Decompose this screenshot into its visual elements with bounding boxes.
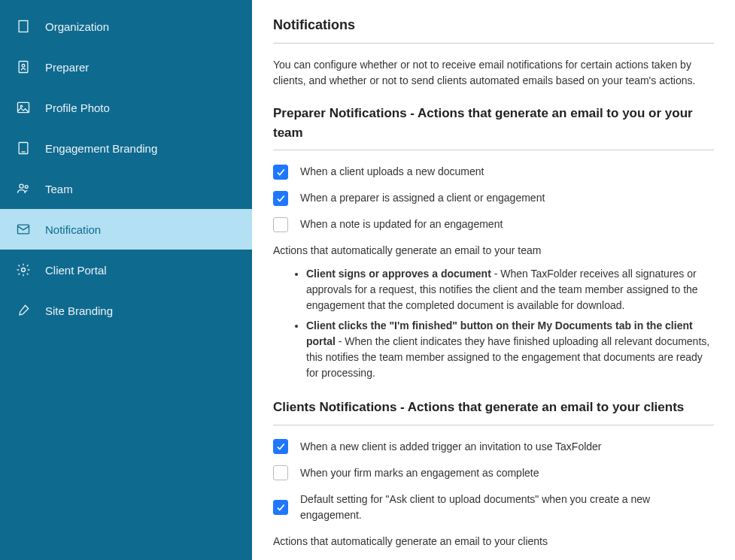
checkbox-new-client-invite[interactable]: [273, 439, 288, 454]
checkbox-label: When a new client is added trigger an in…: [300, 439, 602, 455]
svg-point-16: [22, 268, 26, 272]
tablet-icon: [15, 140, 32, 156]
sidebar-item-label: Team: [45, 183, 73, 195]
settings-sidebar: Organization Preparer Profile Photo Enga…: [0, 0, 252, 560]
preparer-auto-lead: Actions that automatically generate an e…: [273, 243, 714, 259]
clients-checkbox-group: When a new client is added trigger an in…: [273, 439, 714, 561]
checkbox-preparer-assigned[interactable]: [273, 191, 288, 206]
checkbox-note-updated[interactable]: [273, 217, 288, 232]
svg-point-14: [25, 186, 28, 189]
checkbox-client-uploads[interactable]: [273, 165, 288, 180]
checkbox-engagement-complete[interactable]: [273, 465, 288, 480]
sidebar-item-engagement-branding[interactable]: Engagement Branding: [0, 128, 252, 168]
sidebar-item-label: Client Portal: [45, 264, 107, 277]
svg-rect-15: [18, 225, 29, 234]
svg-point-8: [22, 65, 25, 68]
checkbox-label: When a note is updated for an engagement: [300, 216, 503, 232]
list-item: Client signs or approves a document - Wh…: [306, 266, 714, 313]
page-title: Notifications: [273, 15, 714, 44]
sidebar-item-client-portal[interactable]: Client Portal: [0, 250, 252, 290]
checkbox-label: When a client uploads a new document: [300, 164, 484, 180]
sidebar-item-profile-photo[interactable]: Profile Photo: [0, 87, 252, 128]
sidebar-item-team[interactable]: Team: [0, 168, 252, 209]
sidebar-item-label: Organization: [45, 20, 109, 33]
team-icon: [15, 180, 32, 197]
checkbox-label: When a preparer is assigned a client or …: [300, 190, 545, 206]
sidebar-item-preparer[interactable]: Preparer: [0, 47, 252, 87]
sidebar-item-site-branding[interactable]: Site Branding: [0, 290, 252, 331]
badge-icon: [15, 59, 32, 75]
building-icon: [15, 18, 32, 35]
notifications-panel: Notifications You can configure whether …: [252, 0, 735, 560]
svg-rect-0: [19, 21, 28, 32]
clients-auto-list: New Document Approval Request - Triggers…: [273, 557, 714, 561]
sidebar-item-label: Engagement Branding: [45, 142, 157, 155]
sidebar-item-label: Preparer: [45, 61, 89, 74]
clients-auto-lead: Actions that automatically generate an e…: [273, 534, 714, 549]
intro-text: You can configure whether or not to rece…: [273, 57, 714, 89]
preparer-auto-list: Client signs or approves a document - Wh…: [273, 266, 714, 381]
svg-point-13: [20, 184, 23, 188]
sidebar-item-organization[interactable]: Organization: [0, 6, 252, 47]
list-item: New Document Approval Request - Triggers…: [306, 557, 714, 561]
svg-point-10: [20, 105, 23, 107]
checkbox-label: When your firm marks an engagement as co…: [300, 465, 539, 481]
image-icon: [15, 99, 32, 116]
gear-icon: [15, 262, 32, 278]
brush-icon: [15, 302, 32, 319]
list-item: Client clicks the "I'm finished" button …: [306, 318, 714, 381]
sidebar-item-notification[interactable]: Notification: [0, 209, 252, 250]
checkbox-label: Default setting for "Ask client to uploa…: [300, 492, 714, 523]
mail-icon: [15, 221, 32, 238]
sidebar-item-label: Notification: [45, 223, 101, 236]
preparer-notifications-heading: Preparer Notifications - Actions that ge…: [273, 104, 714, 150]
preparer-checkbox-group: When a client uploads a new document Whe…: [273, 164, 714, 381]
sidebar-item-label: Profile Photo: [45, 101, 110, 114]
checkbox-ask-upload-default[interactable]: [273, 500, 288, 515]
clients-notifications-heading: Clients Notifications - Actions that gen…: [273, 398, 714, 425]
sidebar-item-label: Site Branding: [45, 304, 113, 317]
